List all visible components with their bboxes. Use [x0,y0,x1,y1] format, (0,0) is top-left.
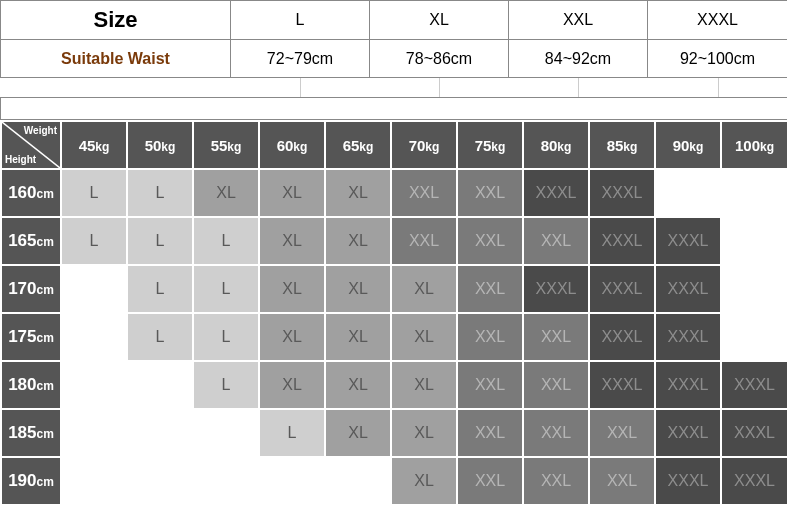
grid-cell: XXL [523,313,589,361]
grid-cell: XXL [457,217,523,265]
grid-cell [655,169,721,217]
grid-row: 190cmXLXXLXXLXXLXXXLXXXL [1,457,787,505]
grid-cell: XXL [523,361,589,409]
size-value: XXL [607,424,637,441]
grid-row: 175cmLLXLXLXLXXLXXLXXXLXXXL [1,313,787,361]
size-value: XXXL [668,232,709,249]
grid-cell: XL [391,313,457,361]
grid-cell: XXXL [721,409,787,457]
grid-cell [721,313,787,361]
size-value: XXL [541,472,571,489]
grid-cell: XXXL [655,409,721,457]
grid-cell: XXXL [655,313,721,361]
size-value: L [90,184,99,201]
size-value: XXL [541,328,571,345]
size-value: XXL [475,424,505,441]
size-value: XXXL [734,376,775,393]
size-value: XL [348,328,368,345]
grid-cell: XXL [457,313,523,361]
grid-cell [61,361,127,409]
grid-cell: XL [391,361,457,409]
size-value: XXXL [668,376,709,393]
col-head: 75kg [457,121,523,169]
size-value: XL [282,232,302,249]
grid-cell [127,457,193,505]
grid-cell: L [193,217,259,265]
col-head: 55kg [193,121,259,169]
size-value: XXL [541,376,571,393]
divider-row [1,78,788,98]
size-header: Size [1,1,231,40]
size-value: XL [348,232,368,249]
grid-cell [259,457,325,505]
grid-cell: XL [325,169,391,217]
grid-cell: XXL [457,457,523,505]
grid-cell: XL [391,457,457,505]
waist-XXXL: 92~100cm [648,40,788,78]
size-value: XXXL [668,424,709,441]
size-waist-table: Size L XL XXL XXXL Suitable Waist 72~79c… [0,0,787,120]
size-value: L [222,376,231,393]
size-XXL: XXL [509,1,648,40]
size-value: L [156,184,165,201]
col-head: 80kg [523,121,589,169]
col-head: 50kg [127,121,193,169]
size-value: XXXL [536,184,577,201]
grid-cell: XXL [391,169,457,217]
size-value: XXXL [536,280,577,297]
size-value: L [222,328,231,345]
col-head: 85kg [589,121,655,169]
size-value: XL [348,376,368,393]
size-XXXL: XXXL [648,1,788,40]
grid-cell: XXL [457,265,523,313]
grid-cell: XL [259,217,325,265]
grid-cell: XL [193,169,259,217]
grid-cell [61,313,127,361]
grid-cell: L [193,265,259,313]
grid-cell: L [127,217,193,265]
grid-cell: XXXL [523,169,589,217]
row-head: 170cm [1,265,61,313]
size-value: XXL [475,184,505,201]
grid-cell: XL [259,169,325,217]
size-value: XXXL [602,280,643,297]
corner-weight-label: Weight [24,125,57,136]
grid-cell [193,457,259,505]
size-value: XXL [541,424,571,441]
grid-cell: XXL [457,361,523,409]
grid-cell: XL [259,313,325,361]
size-value: XL [348,184,368,201]
waist-XL: 78~86cm [370,40,509,78]
grid-cell: XXXL [721,361,787,409]
size-value: XXL [475,376,505,393]
grid-cell: L [127,313,193,361]
grid-cell: XL [325,265,391,313]
grid-row: 160cmLLXLXLXLXXLXXLXXXLXXXL [1,169,787,217]
grid-cell: L [61,169,127,217]
corner-height-label: Height [5,154,36,165]
size-value: XXXL [734,472,775,489]
grid-cell: XXXL [655,457,721,505]
grid-row: 170cmLLXLXLXLXXLXXXLXXXLXXXL [1,265,787,313]
size-value: XL [414,280,434,297]
row-head: 175cm [1,313,61,361]
col-head: 70kg [391,121,457,169]
grid-cell [61,409,127,457]
grid-cell: XL [325,409,391,457]
grid-cell [325,457,391,505]
grid-cell: XXXL [655,265,721,313]
row-head: 185cm [1,409,61,457]
grid-corner: Weight Height [1,121,61,169]
col-head: 45kg [61,121,127,169]
grid-cell: XXXL [721,457,787,505]
grid-cell: XXXL [589,217,655,265]
size-value: XXXL [668,280,709,297]
size-value: XL [348,424,368,441]
grid-cell: XL [259,265,325,313]
col-head: 60kg [259,121,325,169]
size-value: XL [414,472,434,489]
grid-row: 165cmLLLXLXLXXLXXLXXLXXXLXXXL [1,217,787,265]
size-row: Size L XL XXL XXXL [1,1,788,40]
size-value: XXXL [602,328,643,345]
grid-cell: L [61,217,127,265]
